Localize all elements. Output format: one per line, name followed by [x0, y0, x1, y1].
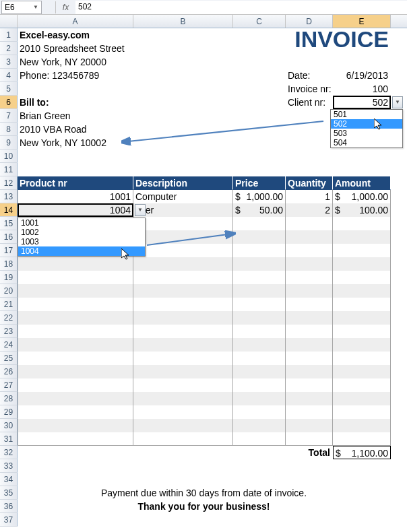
date-value[interactable]: 6/19/2013	[333, 69, 391, 82]
row-header[interactable]: 14	[0, 203, 18, 217]
dropdown-item[interactable]: 1003	[18, 237, 145, 246]
row-header[interactable]: 17	[0, 244, 18, 257]
cell-desc[interactable]: inter	[133, 203, 233, 217]
client-nr-value[interactable]: 502	[333, 96, 391, 109]
row-header[interactable]: 36	[0, 500, 18, 513]
row-header[interactable]: 31	[0, 432, 18, 446]
cell-qty[interactable]: 2	[286, 203, 333, 217]
row-header[interactable]: 3	[0, 55, 18, 69]
billto-name[interactable]: Brian Green	[18, 109, 133, 123]
row-header[interactable]: 19	[0, 271, 18, 284]
formula-input[interactable]: 502	[75, 1, 407, 14]
row-header[interactable]: 33	[0, 459, 18, 473]
row-header[interactable]: 13	[0, 190, 18, 203]
dropdown-item[interactable]: 1004	[18, 246, 145, 256]
dropdown-button-product[interactable]: ▼	[135, 204, 146, 216]
row-header[interactable]: 18	[0, 257, 18, 271]
footer-line2[interactable]: Thank you for your business!	[18, 500, 391, 513]
chevron-down-icon[interactable]: ▼	[33, 4, 38, 10]
row-header[interactable]: 10	[0, 149, 18, 163]
th-price[interactable]: Price	[233, 176, 286, 190]
row-header[interactable]: 26	[0, 365, 18, 378]
th-desc[interactable]: Description	[133, 176, 233, 190]
row-header[interactable]: 15	[0, 217, 18, 230]
row-header[interactable]: 35	[0, 486, 18, 500]
footer-line1[interactable]: Payment due within 30 days from date of …	[18, 486, 391, 500]
company-city[interactable]: New York, NY 20000	[18, 55, 133, 69]
th-product[interactable]: Product nr	[18, 176, 133, 190]
row-header[interactable]: 8	[0, 123, 18, 136]
dropdown-item[interactable]: 503	[331, 129, 402, 138]
cell-product[interactable]: 1001	[18, 190, 133, 203]
dropdown-item[interactable]: 501	[331, 110, 402, 119]
col-header-a[interactable]: A	[18, 15, 133, 28]
th-qty[interactable]: Quantity	[286, 176, 333, 190]
row-header[interactable]: 25	[0, 352, 18, 365]
row-header[interactable]: 30	[0, 419, 18, 432]
company-street[interactable]: 2010 Spreadsheet Street	[18, 42, 133, 55]
invoice-nr-label[interactable]: Invoice nr:	[286, 82, 333, 96]
cell-amount[interactable]: $100.00	[333, 203, 391, 217]
row-header[interactable]: 27	[0, 378, 18, 392]
row-header[interactable]: 7	[0, 109, 18, 123]
cell-desc[interactable]: Computer	[133, 190, 233, 203]
name-box-value: E6	[5, 3, 15, 12]
col-header-b[interactable]: B	[133, 15, 233, 28]
total-value[interactable]: $1,100.00	[333, 446, 391, 459]
dropdown-list-product[interactable]: 1001 1002 1003 1004	[18, 218, 146, 257]
row-header[interactable]: 29	[0, 405, 18, 419]
dropdown-item[interactable]: 1002	[18, 228, 145, 237]
row-header[interactable]: 2	[0, 42, 18, 55]
cell-qty[interactable]: 1	[286, 190, 333, 203]
row-header[interactable]: 34	[0, 473, 18, 486]
client-nr-label[interactable]: Client nr:	[286, 96, 333, 109]
row-header[interactable]: 9	[0, 136, 18, 149]
billto-city[interactable]: New York, NY 10002	[18, 136, 133, 149]
dropdown-item[interactable]: 1001	[18, 218, 145, 228]
cell-price[interactable]: $50.00	[233, 203, 286, 217]
billto-label[interactable]: Bill to:	[18, 96, 133, 109]
row-header[interactable]: 20	[0, 284, 18, 298]
fx-icon[interactable]: fx	[55, 1, 75, 13]
row-header[interactable]: 4	[0, 69, 18, 82]
row-header[interactable]: 21	[0, 298, 18, 311]
grid-body[interactable]: 1 Excel-easy.com INVOICE 2 2010 Spreadsh…	[0, 28, 407, 527]
row-header[interactable]: 28	[0, 392, 18, 405]
total-label[interactable]: Total	[286, 446, 333, 459]
col-header-c[interactable]: C	[233, 15, 286, 28]
invoice-nr-value[interactable]: 100	[333, 82, 391, 96]
billto-street[interactable]: 2010 VBA Road	[18, 123, 133, 136]
dropdown-button-client[interactable]: ▼	[392, 96, 403, 108]
row-header[interactable]: 11	[0, 163, 18, 176]
row-header[interactable]: 23	[0, 325, 18, 338]
row-header[interactable]: 22	[0, 311, 18, 325]
th-amount[interactable]: Amount	[333, 176, 391, 190]
dropdown-item[interactable]: 504	[331, 138, 402, 147]
name-box[interactable]: E6 ▼	[1, 1, 42, 14]
dropdown-list-client[interactable]: 501 502 503 504	[330, 109, 403, 148]
row-header[interactable]: 1	[0, 28, 18, 42]
row-header[interactable]: 6	[0, 96, 18, 109]
select-all-corner[interactable]	[0, 15, 18, 28]
dropdown-item[interactable]: 502	[331, 119, 402, 129]
cell-product[interactable]: 1004	[18, 203, 133, 217]
cell-price[interactable]: $1,000.00	[233, 190, 286, 203]
row-header[interactable]: 37	[0, 513, 18, 527]
formula-bar: E6 ▼ fx 502	[0, 0, 407, 15]
cell-amount[interactable]: $1,000.00	[333, 190, 391, 203]
row-header[interactable]: 24	[0, 338, 18, 352]
row-header[interactable]: 32	[0, 446, 18, 459]
company-name[interactable]: Excel-easy.com	[18, 28, 133, 42]
date-label[interactable]: Date:	[286, 69, 333, 82]
row-header[interactable]: 5	[0, 82, 18, 96]
row-header[interactable]: 12	[0, 176, 18, 190]
company-phone[interactable]: Phone: 123456789	[18, 69, 133, 82]
row-header[interactable]: 16	[0, 230, 18, 244]
